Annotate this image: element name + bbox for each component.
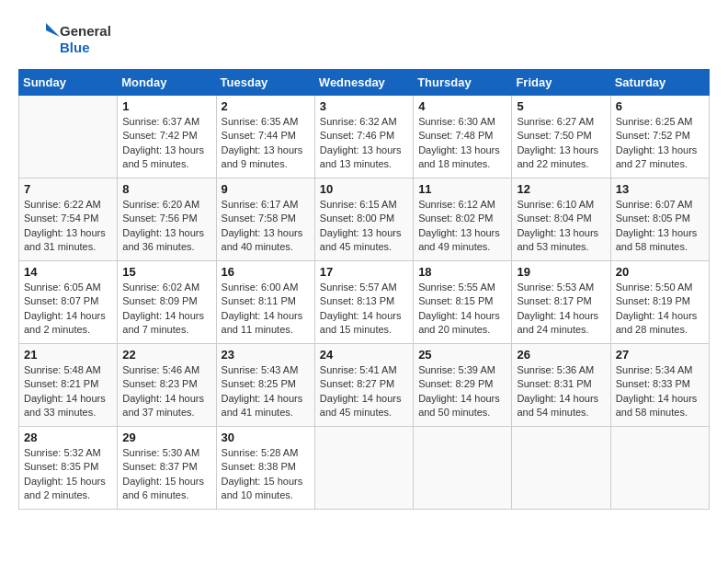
day-cell: 9Sunrise: 6:17 AMSunset: 7:58 PMDaylight… (216, 178, 314, 261)
day-info: Sunrise: 5:32 AMSunset: 8:35 PMDaylight:… (24, 446, 112, 503)
week-row-3: 14Sunrise: 6:05 AMSunset: 8:07 PMDayligh… (19, 261, 710, 344)
day-cell: 29Sunrise: 5:30 AMSunset: 8:37 PMDayligh… (118, 427, 216, 510)
day-number: 21 (24, 348, 112, 362)
day-cell: 21Sunrise: 5:48 AMSunset: 8:21 PMDayligh… (19, 344, 118, 427)
day-number: 26 (517, 348, 605, 362)
day-cell: 20Sunrise: 5:50 AMSunset: 8:19 PMDayligh… (610, 261, 709, 344)
week-row-4: 21Sunrise: 5:48 AMSunset: 8:21 PMDayligh… (19, 344, 710, 427)
day-info: Sunrise: 6:27 AMSunset: 7:50 PMDaylight:… (517, 115, 605, 172)
header-friday: Friday (512, 70, 610, 96)
day-cell: 14Sunrise: 6:05 AMSunset: 8:07 PMDayligh… (19, 261, 118, 344)
day-cell: 18Sunrise: 5:55 AMSunset: 8:15 PMDayligh… (414, 261, 512, 344)
day-info: Sunrise: 5:53 AMSunset: 8:17 PMDaylight:… (517, 281, 605, 338)
day-cell: 6Sunrise: 6:25 AMSunset: 7:52 PMDaylight… (610, 96, 709, 178)
day-number: 30 (222, 431, 310, 444)
day-info: Sunrise: 6:05 AMSunset: 8:07 PMDaylight:… (24, 281, 112, 338)
day-info: Sunrise: 5:57 AMSunset: 8:13 PMDaylight:… (320, 281, 408, 338)
header-tuesday: Tuesday (216, 70, 314, 96)
day-info: Sunrise: 6:37 AMSunset: 7:42 PMDaylight:… (122, 115, 210, 172)
day-cell: 12Sunrise: 6:10 AMSunset: 8:04 PMDayligh… (512, 178, 610, 261)
day-info: Sunrise: 6:07 AMSunset: 8:05 PMDaylight:… (616, 198, 704, 255)
page-header: GeneralBlue (18, 18, 710, 60)
week-row-5: 28Sunrise: 5:32 AMSunset: 8:35 PMDayligh… (19, 427, 710, 510)
day-cell: 24Sunrise: 5:41 AMSunset: 8:27 PMDayligh… (314, 344, 413, 427)
week-row-2: 7Sunrise: 6:22 AMSunset: 7:54 PMDaylight… (19, 178, 710, 261)
day-info: Sunrise: 6:00 AMSunset: 8:11 PMDaylight:… (222, 281, 310, 338)
day-info: Sunrise: 6:10 AMSunset: 8:04 PMDaylight:… (517, 198, 605, 255)
day-number: 1 (122, 99, 210, 113)
day-number: 8 (122, 182, 210, 196)
logo-icon (18, 18, 60, 60)
day-number: 22 (122, 348, 210, 362)
calendar-table: SundayMondayTuesdayWednesdayThursdayFrid… (18, 69, 710, 510)
header-wednesday: Wednesday (314, 70, 413, 96)
day-info: Sunrise: 5:43 AMSunset: 8:25 PMDaylight:… (222, 363, 310, 420)
day-info: Sunrise: 6:25 AMSunset: 7:52 PMDaylight:… (616, 115, 704, 172)
day-info: Sunrise: 6:02 AMSunset: 8:09 PMDaylight:… (122, 281, 210, 338)
calendar-header-row: SundayMondayTuesdayWednesdayThursdayFrid… (19, 70, 710, 96)
day-info: Sunrise: 6:12 AMSunset: 8:02 PMDaylight:… (418, 198, 506, 255)
day-info: Sunrise: 5:34 AMSunset: 8:33 PMDaylight:… (616, 363, 704, 420)
day-number: 19 (517, 265, 605, 279)
header-sunday: Sunday (19, 70, 118, 96)
day-info: Sunrise: 5:50 AMSunset: 8:19 PMDaylight:… (616, 281, 704, 338)
day-cell: 22Sunrise: 5:46 AMSunset: 8:23 PMDayligh… (118, 344, 216, 427)
day-number: 24 (320, 348, 408, 362)
day-number: 5 (517, 99, 605, 113)
day-number: 6 (616, 99, 704, 113)
day-info: Sunrise: 6:17 AMSunset: 7:58 PMDaylight:… (222, 198, 310, 255)
day-info: Sunrise: 5:48 AMSunset: 8:21 PMDaylight:… (24, 363, 112, 420)
day-cell: 7Sunrise: 6:22 AMSunset: 7:54 PMDaylight… (19, 178, 118, 261)
header-monday: Monday (118, 70, 216, 96)
day-cell: 16Sunrise: 6:00 AMSunset: 8:11 PMDayligh… (216, 261, 314, 344)
day-number: 14 (24, 265, 112, 279)
day-cell: 1Sunrise: 6:37 AMSunset: 7:42 PMDaylight… (118, 96, 216, 178)
day-cell (512, 427, 610, 510)
week-row-1: 1Sunrise: 6:37 AMSunset: 7:42 PMDaylight… (19, 96, 710, 178)
day-info: Sunrise: 6:35 AMSunset: 7:44 PMDaylight:… (222, 115, 310, 172)
day-number: 17 (320, 265, 408, 279)
day-number: 11 (418, 182, 506, 196)
day-cell: 4Sunrise: 6:30 AMSunset: 7:48 PMDaylight… (414, 96, 512, 178)
day-info: Sunrise: 5:41 AMSunset: 8:27 PMDaylight:… (320, 363, 408, 420)
day-number: 13 (616, 182, 704, 196)
header-saturday: Saturday (610, 70, 709, 96)
day-number: 9 (222, 182, 310, 196)
day-number: 28 (24, 431, 112, 444)
day-cell: 15Sunrise: 6:02 AMSunset: 8:09 PMDayligh… (118, 261, 216, 344)
svg-marker-0 (46, 23, 60, 37)
header-thursday: Thursday (414, 70, 512, 96)
day-cell: 26Sunrise: 5:36 AMSunset: 8:31 PMDayligh… (512, 344, 610, 427)
day-info: Sunrise: 6:22 AMSunset: 7:54 PMDaylight:… (24, 198, 112, 255)
day-number: 3 (320, 99, 408, 113)
day-number: 27 (616, 348, 704, 362)
day-cell (414, 427, 512, 510)
day-number: 25 (418, 348, 506, 362)
day-number: 12 (517, 182, 605, 196)
day-cell: 2Sunrise: 6:35 AMSunset: 7:44 PMDaylight… (216, 96, 314, 178)
day-cell: 17Sunrise: 5:57 AMSunset: 8:13 PMDayligh… (314, 261, 413, 344)
day-number: 18 (418, 265, 506, 279)
day-info: Sunrise: 5:30 AMSunset: 8:37 PMDaylight:… (122, 446, 210, 503)
day-cell: 3Sunrise: 6:32 AMSunset: 7:46 PMDaylight… (314, 96, 413, 178)
day-info: Sunrise: 5:55 AMSunset: 8:15 PMDaylight:… (418, 281, 506, 338)
day-info: Sunrise: 5:46 AMSunset: 8:23 PMDaylight:… (122, 363, 210, 420)
day-cell: 28Sunrise: 5:32 AMSunset: 8:35 PMDayligh… (19, 427, 118, 510)
day-cell (314, 427, 413, 510)
day-number: 16 (222, 265, 310, 279)
day-number: 10 (320, 182, 408, 196)
day-number: 2 (222, 99, 310, 113)
day-info: Sunrise: 6:30 AMSunset: 7:48 PMDaylight:… (418, 115, 506, 172)
day-number: 23 (222, 348, 310, 362)
day-cell: 5Sunrise: 6:27 AMSunset: 7:50 PMDaylight… (512, 96, 610, 178)
day-cell: 25Sunrise: 5:39 AMSunset: 8:29 PMDayligh… (414, 344, 512, 427)
day-cell: 19Sunrise: 5:53 AMSunset: 8:17 PMDayligh… (512, 261, 610, 344)
logo-blue-text: Blue (60, 40, 111, 56)
day-cell: 10Sunrise: 6:15 AMSunset: 8:00 PMDayligh… (314, 178, 413, 261)
day-info: Sunrise: 6:32 AMSunset: 7:46 PMDaylight:… (320, 115, 408, 172)
day-info: Sunrise: 5:36 AMSunset: 8:31 PMDaylight:… (517, 363, 605, 420)
day-cell: 30Sunrise: 5:28 AMSunset: 8:38 PMDayligh… (216, 427, 314, 510)
day-number: 15 (122, 265, 210, 279)
day-cell: 13Sunrise: 6:07 AMSunset: 8:05 PMDayligh… (610, 178, 709, 261)
logo-general-text: General (60, 23, 111, 40)
